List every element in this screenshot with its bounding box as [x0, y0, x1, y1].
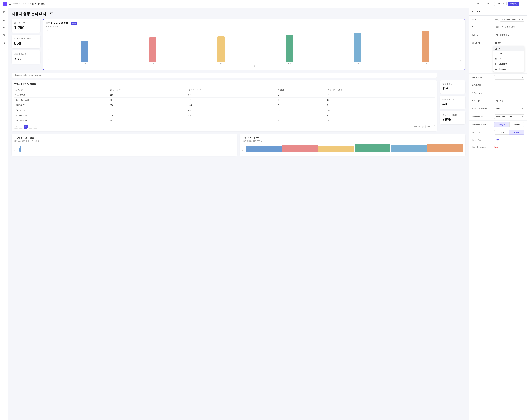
panel-row-yaxis-calc: Y-Axis Calculation Sum [470, 105, 527, 113]
panel-height-setting-toggle: Auto Fixed [494, 130, 525, 135]
cell-name: 클라우드시스템 [14, 97, 109, 103]
xaxis-data-select[interactable] [494, 75, 525, 80]
dropdown-item-complex[interactable]: Complex [493, 66, 524, 72]
yaxis-data-select[interactable] [494, 91, 525, 95]
menu-icon[interactable]: ☰ [9, 2, 11, 5]
cell-session: 42 [326, 113, 435, 118]
panel-hide-component-wrapper: false [494, 146, 525, 148]
rows-per-page-label: Rows per page [413, 126, 424, 128]
svg-rect-12 [497, 48, 497, 50]
chart-type-select[interactable]: Bar ⌄ [493, 41, 525, 45]
division-key-select[interactable]: Select division key [494, 114, 525, 119]
kpi-card-total-users: 총 사용자 수 1,250 [11, 19, 40, 33]
stat-label-churn: 평균 이탈율 [442, 83, 463, 86]
svg-rect-10 [495, 49, 496, 50]
panel-division-key-wrapper: Select division key [494, 114, 525, 119]
panel-title-input[interactable] [494, 25, 525, 30]
col-header-session: 평균 세션 시간(분) [326, 88, 435, 92]
svg-rect-7 [495, 43, 495, 44]
page-first-btn[interactable]: « [14, 125, 18, 129]
dropdown-item-bar-label: Bar [499, 47, 502, 50]
y-axis-side-label: 사용자수 [460, 29, 462, 65]
svg-rect-17 [496, 69, 496, 70]
panel-yaxis-title-input[interactable] [494, 99, 525, 103]
dropdown-item-doughnut-label: Doughnut [499, 63, 507, 65]
page-next-btn[interactable]: › [29, 125, 32, 129]
col-header-active: 활성 사용자 수 [187, 88, 277, 92]
rows-per-page-stepper[interactable]: ⬆⬇ [433, 125, 435, 129]
toggle-stacked-btn[interactable]: Stacked [509, 122, 525, 127]
pagination: « ‹ 1 › » [14, 125, 37, 129]
page-prev-btn[interactable]: ‹ [19, 125, 23, 129]
kpi-value-total-users: 1,250 [14, 25, 38, 30]
share-button[interactable]: Share [483, 2, 493, 6]
cell-total: 85 [109, 97, 187, 103]
y-axis-200: 200 [47, 39, 49, 41]
cell-session: 45 [326, 92, 435, 97]
dropdown-item-pie[interactable]: Pie [493, 56, 524, 61]
col-header-total: 총 사용자 수 [109, 88, 187, 92]
panel-chart-icon [472, 10, 475, 13]
dropdown-item-line[interactable]: Line [493, 51, 524, 56]
panel-header: chart1 ··· [470, 8, 527, 16]
height-fixed-btn[interactable]: Fixed [509, 130, 525, 135]
dropdown-item-doughnut[interactable]: Doughnut [493, 61, 524, 66]
activity-chart-card: 시간대별 사용자 활동 하루 중 시간대별 활성 사용자 수 700 [11, 134, 237, 156]
edit-button[interactable]: Edit [473, 2, 481, 6]
chart-tag: chart1 [71, 22, 77, 25]
cell-active: 95 [187, 113, 277, 118]
code-toggle-icon[interactable]: </> [494, 18, 499, 21]
panel-chart-type-wrapper: Bar ⌄ [493, 41, 525, 45]
data-source-select[interactable]: 주요 기능 사용량 데이터 조회 [500, 17, 525, 22]
y-axis-0: 0 [48, 59, 49, 61]
cell-churn: 6 [277, 113, 326, 118]
chart-type-dropdown: Bar Line Pie Doughnut [493, 46, 525, 72]
search-input[interactable] [11, 73, 437, 78]
page-last-btn[interactable]: » [33, 125, 37, 129]
rows-per-page-control: Rows per page ⬆⬇ [413, 125, 435, 129]
cell-session: 38 [326, 97, 435, 103]
svg-rect-11 [496, 48, 496, 50]
sidebar-icon-chart[interactable] [1, 40, 6, 45]
panel-subtitle-input[interactable] [494, 33, 525, 37]
panel-yaxis-calc-label: Y-Axis Calculation [472, 108, 493, 110]
cell-active: 48 [187, 108, 277, 113]
panel-height-px-input[interactable] [494, 138, 525, 142]
panel-more-button[interactable]: ··· [523, 11, 525, 13]
table-row: 넥스트웨이브 95 78 9 36 [14, 118, 435, 123]
panel-row-subtitle: Subtitle [470, 31, 527, 39]
yaxis-calc-select[interactable]: Sum [494, 107, 525, 111]
rows-per-page-input[interactable] [425, 125, 432, 128]
height-auto-btn[interactable]: Auto [494, 130, 509, 135]
kpi-value-active-users: 850 [14, 41, 38, 46]
panel-title-input-wrapper [494, 25, 525, 30]
preview-button[interactable]: Preview [494, 2, 506, 6]
chart-type-value: Bar [497, 42, 501, 44]
panel-division-key-display-toggle: Single Stacked [494, 122, 525, 127]
svg-rect-8 [495, 43, 496, 44]
page-1-btn[interactable]: 1 [24, 125, 28, 129]
sidebar-icon-settings[interactable] [1, 25, 6, 30]
stat-card-feature-usage: 평균 기능 사용률 79% [440, 111, 465, 124]
x-label-sep: 9월 [188, 62, 254, 65]
svg-point-1 [3, 19, 4, 21]
toggle-single-btn[interactable]: Single [494, 122, 509, 127]
cell-active: 98 [187, 92, 277, 97]
stat-value-feature-usage: 79% [442, 117, 463, 122]
panel-row-xaxis-data: X-Axis Data [470, 74, 527, 81]
panel-xaxis-title-input[interactable] [494, 83, 525, 87]
panel-division-key-display-label: Division Key Display [472, 123, 493, 126]
dropdown-item-bar[interactable]: Bar [493, 46, 524, 51]
sidebar-icon-home[interactable] [1, 10, 6, 15]
panel-height-px-label: Height (px) [472, 139, 493, 141]
panel-row-title: Title [470, 23, 527, 31]
sidebar-icon-search[interactable] [1, 17, 6, 22]
panel-row-height-px: Height (px) [470, 136, 527, 144]
more-options-button[interactable]: ··· [521, 1, 525, 6]
panel-division-key-label: Division Key [472, 116, 493, 118]
panel-row-height-setting: Height Setting Auto Fixed [470, 129, 527, 136]
cell-name: 디지털허브 [14, 103, 109, 108]
sidebar-icon-layers[interactable] [1, 33, 6, 38]
deploy-button[interactable]: Deploy [508, 2, 519, 6]
cell-total: 65 [109, 108, 187, 113]
